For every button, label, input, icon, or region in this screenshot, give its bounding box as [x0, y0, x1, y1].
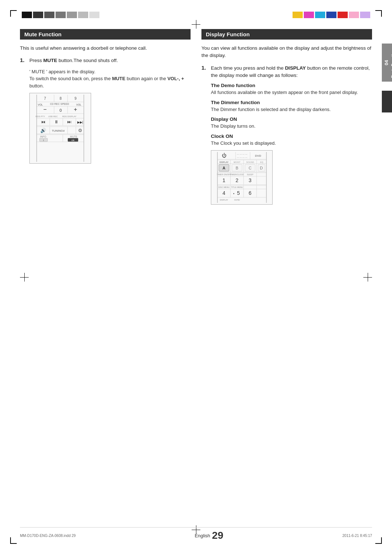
svg-text:DISC MENU: DISC MENU — [218, 186, 229, 188]
mute-section: Mute Function This is useful when answer… — [20, 29, 191, 205]
svg-text:B: B — [236, 166, 238, 170]
svg-text:⏮: ⏮ — [41, 119, 45, 124]
display-on-text: The Display turns on. — [211, 123, 372, 130]
display-step1-text: Each time you press and hold the DISPLAY… — [211, 65, 372, 79]
svg-text:CD REC SPEED: CD REC SPEED — [50, 103, 69, 105]
footer-date: 2011-6-21 8:45:17 — [342, 534, 372, 538]
footer-page: English 29 — [195, 530, 223, 541]
mute-step1-num: 1. — [20, 57, 26, 64]
svg-text:3: 3 — [249, 177, 252, 183]
svg-text:MOIST: MOIST — [233, 161, 240, 163]
chapter-side-tab: 04 Basic Functions — [382, 44, 392, 82]
svg-text:DISPLAY: DISPLAY — [220, 199, 228, 201]
color-bar-top — [22, 12, 370, 18]
svg-text:2: 2 — [236, 177, 238, 183]
svg-text:⏸: ⏸ — [54, 119, 58, 124]
dimmer-title: The Dimmer function — [211, 100, 372, 105]
svg-text:5: 5 — [237, 190, 240, 196]
corner-mark-tr — [375, 10, 382, 17]
dimmer-text: The Dimmer function is selected and the … — [211, 106, 372, 113]
svg-text:EQ: EQ — [260, 161, 263, 163]
display-intro: You can view all functions available on … — [201, 45, 372, 59]
svg-text:▶▶|: ▶▶| — [77, 120, 83, 124]
svg-text:4: 4 — [222, 190, 225, 196]
mute-intro: This is useful when answering a doorbell… — [20, 45, 191, 52]
svg-text:⏭: ⏭ — [67, 119, 72, 124]
svg-text:⚙: ⚙ — [78, 128, 82, 133]
svg-text:6: 6 — [249, 190, 252, 196]
svg-text:ok: ok — [72, 139, 75, 142]
demo-title: The Demo function — [211, 83, 372, 88]
mute-header: Mute Function — [20, 29, 191, 40]
svg-text:SVHD: SVHD — [234, 199, 240, 201]
svg-text:⏻: ⏻ — [221, 153, 226, 158]
svg-text:— — — —: — — — — — [237, 156, 247, 159]
display-on-title: Display ON — [211, 116, 372, 122]
mute-remote-svg: 7 8 9 VOL CD REC SPEED VOL − 0 + — [33, 95, 87, 162]
svg-text:DVD: DVD — [255, 154, 261, 157]
corner-mark-tl — [10, 10, 17, 17]
display-remote-diagram: ⏻ — — — — — — — — DVD DISPLAY MOIST SOUN… — [211, 150, 273, 205]
corner-mark-bl — [10, 537, 17, 544]
clock-on-title: Clock ON — [211, 134, 372, 139]
clock-on-text: The Clock you set is displayed. — [211, 140, 372, 147]
svg-text:RDS DISPLAY: RDS DISPLAY — [62, 115, 76, 118]
svg-text:VOL: VOL — [38, 103, 43, 106]
svg-text:SLEEP: SLEEP — [247, 173, 253, 176]
display-step1-num: 1. — [201, 65, 208, 79]
mute-note2: To switch the sound back on, press the M… — [29, 75, 191, 89]
chapter-number: 04 — [384, 60, 389, 65]
svg-text:RDS PTY: RDS PTY — [36, 115, 45, 118]
chapter-title: Basic Functions — [391, 47, 392, 78]
mute-step1-text: Press MUTE button.The sound shuts off. — [29, 57, 118, 64]
svg-text:TIMER/CLOCK: TIMER/CLOCK — [230, 173, 244, 176]
chapter-tab-dark — [382, 91, 392, 112]
svg-text:7: 7 — [44, 97, 46, 100]
demo-text: All functions available on the system ap… — [211, 89, 372, 96]
display-sub-on: Display ON The Display turns on. — [211, 116, 372, 130]
svg-text:DISPLAY: DISPLAY — [219, 161, 228, 163]
display-remote-svg: ⏻ — — — — — — — — DVD DISPLAY MOIST SOUN… — [214, 152, 270, 203]
svg-text:+: + — [74, 106, 77, 112]
corner-mark-br — [375, 537, 382, 544]
svg-text:−: − — [43, 106, 46, 112]
svg-text:TITLE MENU: TITLE MENU — [231, 186, 243, 188]
mute-step1: 1. Press MUTE button.The sound shuts off… — [20, 57, 191, 64]
display-sub-clock: Clock ON The Clock you set is displayed. — [211, 134, 372, 147]
mute-note1: ' MUTE ' appears in the display. — [29, 68, 191, 75]
svg-text:8: 8 — [60, 97, 62, 100]
svg-text:🔊: 🔊 — [40, 127, 46, 134]
footer-filename: MM-D170D-ENG-ZA-0608.indd 29 — [20, 534, 75, 538]
cross-top — [192, 20, 200, 29]
footer: MM-D170D-ENG-ZA-0608.indd 29 English 29 … — [20, 527, 372, 541]
svg-text:i: i — [43, 139, 44, 142]
svg-text:TUNING∨: TUNING∨ — [52, 129, 65, 132]
footer-language: English — [195, 533, 210, 538]
svg-text:C: C — [249, 166, 252, 170]
page-number: 29 — [212, 530, 223, 541]
svg-text:D: D — [260, 166, 263, 170]
svg-text:1: 1 — [222, 177, 225, 183]
mute-remote-diagram: 7 8 9 VOL CD REC SPEED VOL − 0 + — [29, 93, 91, 164]
svg-text:A: A — [222, 166, 225, 170]
main-content: Mute Function This is useful when answer… — [20, 29, 372, 525]
display-sub-dimmer: The Dimmer function The Dimmer function … — [211, 100, 372, 113]
svg-text:•: • — [233, 192, 234, 196]
display-sub-demo: The Demo function All functions availabl… — [211, 83, 372, 96]
svg-text:TIMER ON/OFF: TIMER ON/OFF — [217, 173, 231, 176]
svg-text:0: 0 — [60, 108, 62, 112]
svg-text:— — — —: — — — — — [237, 153, 247, 155]
display-header: Display Function — [201, 29, 372, 40]
svg-text:MUTE: MUTE — [70, 135, 77, 138]
display-step1: 1. Each time you press and hold the DISP… — [201, 65, 372, 79]
display-section: Display Function You can view all functi… — [201, 29, 372, 205]
svg-text:9: 9 — [74, 97, 77, 100]
svg-text:SOUND: SOUND — [246, 161, 254, 163]
svg-text:INFO: INFO — [40, 135, 46, 138]
svg-text:USB REC: USB REC — [48, 115, 58, 118]
mute-note-block: ' MUTE ' appears in the display. To swit… — [29, 68, 191, 90]
svg-text:VOL: VOL — [76, 103, 81, 106]
